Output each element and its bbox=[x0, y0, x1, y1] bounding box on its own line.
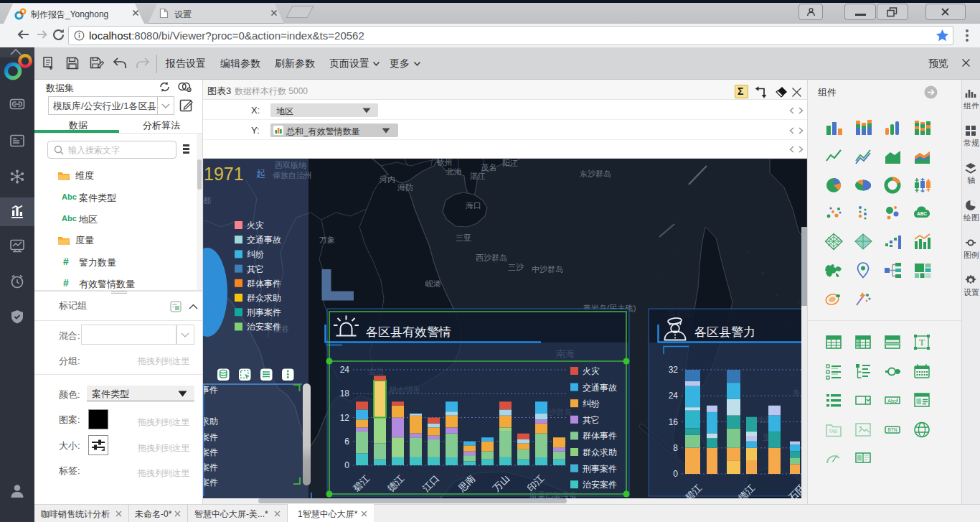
svg-text:T: T bbox=[919, 337, 925, 348]
svg-text:求助: 求助 bbox=[203, 416, 218, 427]
svg-text:案件: 案件 bbox=[203, 447, 218, 457]
svg-text:各区县警力: 各区县警力 bbox=[694, 325, 755, 339]
svg-text:刑事案件: 刑事案件 bbox=[583, 464, 617, 474]
svg-text:8: 8 bbox=[673, 443, 678, 453]
svg-text:群众求助: 群众求助 bbox=[247, 293, 281, 303]
svg-text:万象: 万象 bbox=[319, 236, 335, 244]
svg-text:18: 18 bbox=[340, 388, 350, 399]
svg-text:其它: 其它 bbox=[247, 264, 264, 274]
svg-text:刑事案件: 刑事案件 bbox=[247, 307, 281, 317]
svg-text:海口: 海口 bbox=[466, 201, 481, 210]
svg-text:各区县有效警情: 各区县有效警情 bbox=[366, 325, 451, 339]
svg-text:东沙群岛: 东沙群岛 bbox=[580, 169, 611, 178]
svg-text:32: 32 bbox=[669, 365, 679, 375]
svg-text:群体事件: 群体事件 bbox=[247, 279, 281, 289]
svg-text:三沙: 三沙 bbox=[508, 263, 524, 271]
svg-text:北海: 北海 bbox=[446, 167, 462, 176]
svg-text:火灾: 火灾 bbox=[583, 366, 600, 376]
svg-text:事件: 事件 bbox=[203, 385, 218, 395]
svg-text:案件: 案件 bbox=[203, 462, 218, 472]
svg-text:海防: 海防 bbox=[397, 183, 413, 192]
svg-text:16: 16 bbox=[669, 417, 679, 427]
svg-text:交通事故: 交通事故 bbox=[583, 383, 617, 393]
svg-text:阳江: 阳江 bbox=[502, 159, 518, 167]
svg-text:群体事件: 群体事件 bbox=[583, 431, 617, 441]
svg-text:河内: 河内 bbox=[380, 175, 395, 184]
svg-text:三亚: 三亚 bbox=[456, 233, 471, 242]
svg-text:24: 24 bbox=[340, 365, 350, 375]
svg-text:纠纷: 纠纷 bbox=[583, 399, 600, 409]
svg-text:群众求助: 群众求助 bbox=[583, 447, 617, 457]
svg-text:钦州: 钦州 bbox=[436, 159, 453, 167]
svg-text:纠纷: 纠纷 bbox=[247, 249, 264, 259]
svg-text:0: 0 bbox=[344, 460, 349, 470]
svg-text:12: 12 bbox=[340, 413, 350, 423]
svg-text:治安案件: 治安案件 bbox=[583, 480, 617, 490]
svg-text:湛江: 湛江 bbox=[470, 172, 486, 180]
svg-text:ABC: ABC bbox=[917, 211, 927, 216]
svg-text:24: 24 bbox=[669, 391, 679, 401]
svg-text:TAB: TAB bbox=[829, 429, 837, 434]
svg-text:岘港: 岘港 bbox=[425, 279, 441, 288]
svg-text:西沙群岛: 西沙群岛 bbox=[476, 253, 507, 262]
svg-text:案件: 案件 bbox=[203, 432, 218, 442]
svg-text:火灾: 火灾 bbox=[247, 220, 264, 230]
svg-text:茂名: 茂名 bbox=[481, 163, 496, 172]
svg-text:案件: 案件 bbox=[203, 477, 218, 488]
svg-text:BTN: BTN bbox=[888, 427, 897, 432]
svg-text:6: 6 bbox=[344, 437, 349, 447]
svg-text:Abc: Abc bbox=[887, 398, 897, 404]
svg-text:1971: 1971 bbox=[204, 164, 244, 184]
svg-text:交通事故: 交通事故 bbox=[247, 235, 281, 245]
svg-text:中沙群岛: 中沙群岛 bbox=[532, 265, 563, 274]
svg-text:其它: 其它 bbox=[583, 415, 600, 425]
svg-text:起: 起 bbox=[256, 168, 265, 179]
svg-text:治安案件: 治安案件 bbox=[247, 322, 281, 332]
svg-text:0: 0 bbox=[673, 469, 678, 479]
